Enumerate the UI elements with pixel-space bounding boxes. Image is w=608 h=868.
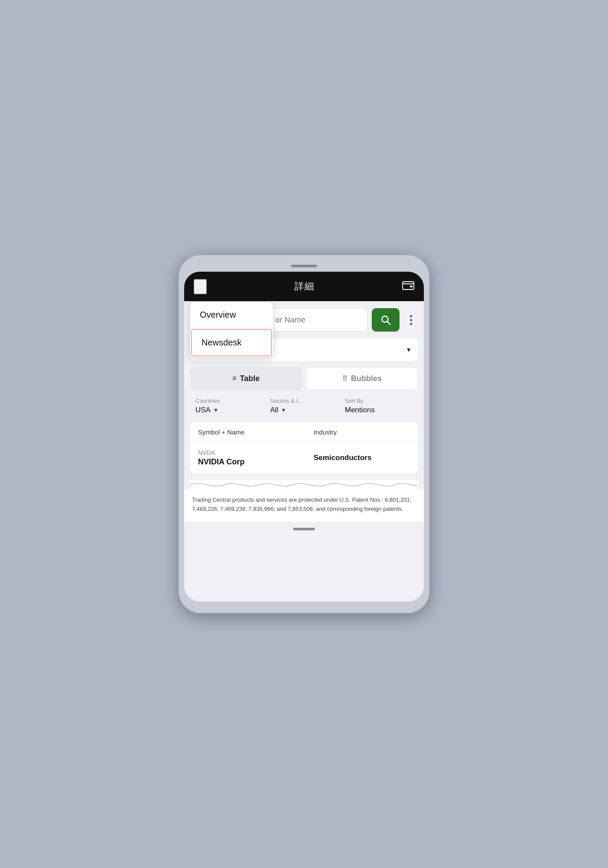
countries-filter: Countries USA ▼ (192, 396, 267, 416)
home-pill (293, 528, 315, 530)
more-dot (410, 315, 412, 317)
table-label: Table (240, 374, 260, 383)
countries-value: USA (195, 406, 211, 414)
table-row[interactable]: NVDA NVIDIA Corp Semiconductors (190, 442, 418, 474)
countries-chevron: ▼ (213, 407, 218, 413)
svg-line-3 (387, 322, 390, 325)
back-button[interactable]: ← (194, 279, 207, 294)
status-bar (184, 262, 424, 270)
industry-cell: Semiconductors (314, 454, 410, 462)
filter-dropdown-arrow[interactable]: ▼ (406, 346, 412, 353)
header-symbol-name: Symbol + Name (198, 428, 314, 436)
header-industry: Industry (314, 428, 410, 436)
home-indicator (184, 522, 424, 534)
search-icon (380, 314, 391, 326)
wave-divider (190, 480, 418, 490)
dropdown-item-overview[interactable]: Overview (190, 302, 273, 328)
top-nav: ← 詳細 (184, 272, 424, 301)
symbol-cell: NVDA NVIDIA Corp (198, 449, 314, 467)
sectors-chevron: ▼ (281, 407, 286, 413)
sort-value: Mentions (345, 406, 375, 414)
more-options-button[interactable] (404, 313, 418, 327)
dropdown-menu: Overview Newsdesk (190, 302, 273, 357)
main-content: Overview Newsdesk ▼ ≡ Table ⠿ Bubbles (184, 301, 424, 490)
symbol-ticker: NVDA (198, 449, 314, 456)
status-pill (291, 265, 317, 267)
page-title: 詳細 (294, 280, 314, 293)
symbol-name: NVIDIA Corp (198, 457, 314, 467)
sort-label: Sort By (345, 398, 413, 404)
svg-rect-0 (403, 282, 414, 289)
table-icon: ≡ (232, 375, 236, 382)
bubbles-view-button[interactable]: ⠿ Bubbles (306, 367, 418, 390)
svg-point-2 (382, 316, 388, 322)
more-dot (410, 323, 412, 325)
search-button[interactable] (372, 308, 400, 332)
data-table: Symbol + Name Industry NVDA NVIDIA Corp … (190, 422, 418, 474)
table-header: Symbol + Name Industry (190, 422, 418, 442)
footer: Trading Central products and services ar… (184, 490, 424, 522)
bubbles-label: Bubbles (351, 374, 382, 383)
countries-label: Countries (195, 398, 263, 404)
screen: ← 詳細 (184, 272, 424, 602)
table-view-button[interactable]: ≡ Table (190, 367, 302, 390)
footer-text: Trading Central products and services ar… (192, 496, 416, 514)
sort-filter: Sort By Mentions (341, 396, 416, 416)
filter-dropdowns: Countries USA ▼ Sectors & I... All ▼ Sor… (190, 396, 418, 416)
device-frame: ← 詳細 (178, 254, 430, 614)
svg-rect-1 (410, 286, 413, 287)
more-dot (410, 319, 412, 321)
sort-value-row[interactable]: Mentions (345, 406, 413, 414)
sectors-value-row[interactable]: All ▼ (270, 406, 338, 414)
dropdown-item-newsdesk[interactable]: Newsdesk (191, 329, 272, 356)
sectors-label: Sectors & I... (270, 398, 338, 404)
view-toggle: ≡ Table ⠿ Bubbles (190, 367, 418, 390)
sectors-filter: Sectors & I... All ▼ (267, 396, 341, 416)
bubble-icon: ⠿ (342, 375, 347, 383)
wallet-icon[interactable] (402, 280, 414, 293)
sectors-value: All (270, 406, 278, 414)
countries-value-row[interactable]: USA ▼ (195, 406, 263, 414)
